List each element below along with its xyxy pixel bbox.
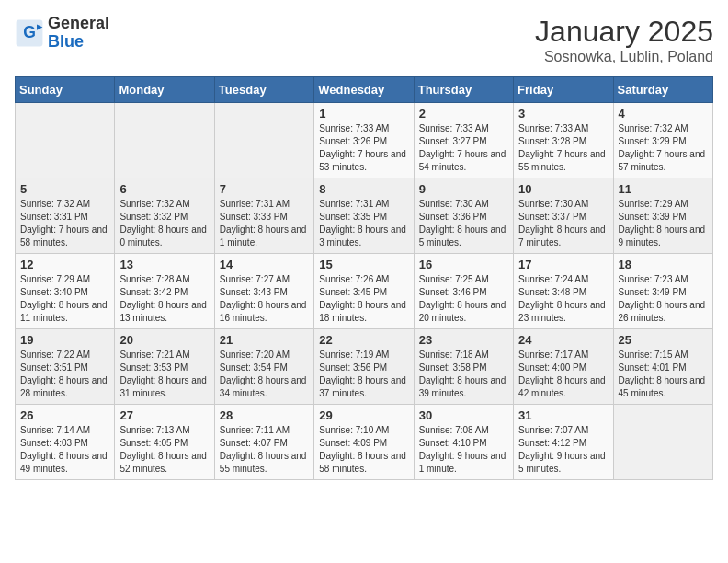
calendar-day-cell: 17Sunrise: 7:24 AM Sunset: 3:48 PM Dayli… bbox=[514, 254, 613, 329]
calendar-day-cell: 20Sunrise: 7:21 AM Sunset: 3:53 PM Dayli… bbox=[115, 329, 214, 405]
day-info: Sunrise: 7:07 AM Sunset: 4:12 PM Dayligh… bbox=[518, 424, 608, 476]
day-info: Sunrise: 7:31 AM Sunset: 3:33 PM Dayligh… bbox=[220, 198, 309, 249]
day-info: Sunrise: 7:31 AM Sunset: 3:35 PM Dayligh… bbox=[319, 198, 408, 249]
day-number: 14 bbox=[220, 258, 309, 271]
day-number: 27 bbox=[119, 408, 209, 422]
day-info: Sunrise: 7:21 AM Sunset: 3:53 PM Dayligh… bbox=[119, 349, 209, 400]
day-number: 17 bbox=[518, 258, 608, 271]
day-number: 21 bbox=[220, 333, 309, 347]
day-info: Sunrise: 7:33 AM Sunset: 3:27 PM Dayligh… bbox=[419, 122, 508, 174]
day-number: 4 bbox=[619, 107, 708, 121]
day-number: 29 bbox=[319, 408, 408, 422]
calendar-week-row: 1Sunrise: 7:33 AM Sunset: 3:26 PM Daylig… bbox=[16, 103, 713, 178]
svg-text:G: G bbox=[23, 23, 36, 41]
calendar-day-cell: 1Sunrise: 7:33 AM Sunset: 3:26 PM Daylig… bbox=[314, 103, 414, 178]
weekday-header: Monday bbox=[115, 77, 214, 103]
title-block: January 2025 Sosnowka, Lublin, Poland bbox=[535, 15, 713, 65]
weekday-header: Sunday bbox=[16, 77, 115, 103]
calendar-day-cell: 31Sunrise: 7:07 AM Sunset: 4:12 PM Dayli… bbox=[514, 405, 613, 480]
calendar-day-cell: 27Sunrise: 7:13 AM Sunset: 4:05 PM Dayli… bbox=[115, 405, 214, 480]
day-info: Sunrise: 7:25 AM Sunset: 3:46 PM Dayligh… bbox=[419, 273, 508, 325]
calendar-week-row: 5Sunrise: 7:32 AM Sunset: 3:31 PM Daylig… bbox=[16, 178, 713, 254]
calendar-table: SundayMondayTuesdayWednesdayThursdayFrid… bbox=[15, 76, 713, 480]
weekday-header: Wednesday bbox=[314, 77, 414, 103]
calendar-day-cell: 7Sunrise: 7:31 AM Sunset: 3:33 PM Daylig… bbox=[214, 178, 313, 254]
calendar-week-row: 12Sunrise: 7:29 AM Sunset: 3:40 PM Dayli… bbox=[16, 254, 713, 329]
day-info: Sunrise: 7:11 AM Sunset: 4:07 PM Dayligh… bbox=[220, 424, 309, 476]
day-number: 28 bbox=[220, 408, 309, 422]
day-info: Sunrise: 7:10 AM Sunset: 4:09 PM Dayligh… bbox=[319, 424, 408, 476]
calendar-day-cell: 5Sunrise: 7:32 AM Sunset: 3:31 PM Daylig… bbox=[16, 178, 115, 254]
day-number: 18 bbox=[619, 258, 708, 271]
calendar-day-cell: 21Sunrise: 7:20 AM Sunset: 3:54 PM Dayli… bbox=[214, 329, 313, 405]
day-info: Sunrise: 7:30 AM Sunset: 3:37 PM Dayligh… bbox=[518, 198, 608, 249]
calendar-title: January 2025 bbox=[535, 15, 713, 49]
calendar-day-cell: 6Sunrise: 7:32 AM Sunset: 3:32 PM Daylig… bbox=[115, 178, 214, 254]
day-info: Sunrise: 7:32 AM Sunset: 3:29 PM Dayligh… bbox=[619, 122, 708, 174]
calendar-day-cell: 18Sunrise: 7:23 AM Sunset: 3:49 PM Dayli… bbox=[613, 254, 712, 329]
day-info: Sunrise: 7:33 AM Sunset: 3:28 PM Dayligh… bbox=[518, 122, 608, 174]
calendar-day-cell: 13Sunrise: 7:28 AM Sunset: 3:42 PM Dayli… bbox=[115, 254, 214, 329]
day-info: Sunrise: 7:13 AM Sunset: 4:05 PM Dayligh… bbox=[119, 424, 209, 476]
calendar-day-cell: 26Sunrise: 7:14 AM Sunset: 4:03 PM Dayli… bbox=[16, 405, 115, 480]
calendar-day-cell: 30Sunrise: 7:08 AM Sunset: 4:10 PM Dayli… bbox=[414, 405, 513, 480]
day-info: Sunrise: 7:18 AM Sunset: 3:58 PM Dayligh… bbox=[419, 349, 508, 400]
calendar-day-cell: 9Sunrise: 7:30 AM Sunset: 3:36 PM Daylig… bbox=[414, 178, 513, 254]
day-info: Sunrise: 7:29 AM Sunset: 3:39 PM Dayligh… bbox=[619, 198, 708, 249]
day-number: 15 bbox=[319, 258, 408, 271]
day-number: 12 bbox=[20, 258, 109, 271]
day-info: Sunrise: 7:17 AM Sunset: 4:00 PM Dayligh… bbox=[518, 349, 608, 400]
day-number: 31 bbox=[518, 408, 608, 422]
day-number: 2 bbox=[419, 107, 508, 121]
day-number: 22 bbox=[319, 333, 408, 347]
day-number: 24 bbox=[518, 333, 608, 347]
day-info: Sunrise: 7:14 AM Sunset: 4:03 PM Dayligh… bbox=[20, 424, 109, 476]
day-info: Sunrise: 7:29 AM Sunset: 3:40 PM Dayligh… bbox=[20, 273, 109, 325]
calendar-day-cell: 4Sunrise: 7:32 AM Sunset: 3:29 PM Daylig… bbox=[613, 103, 712, 178]
calendar-day-cell: 12Sunrise: 7:29 AM Sunset: 3:40 PM Dayli… bbox=[16, 254, 115, 329]
calendar-day-cell: 16Sunrise: 7:25 AM Sunset: 3:46 PM Dayli… bbox=[414, 254, 513, 329]
calendar-day-cell: 2Sunrise: 7:33 AM Sunset: 3:27 PM Daylig… bbox=[414, 103, 513, 178]
weekday-header: Saturday bbox=[613, 77, 712, 103]
calendar-header-row: SundayMondayTuesdayWednesdayThursdayFrid… bbox=[16, 77, 713, 103]
day-number: 25 bbox=[619, 333, 708, 347]
calendar-day-cell: 25Sunrise: 7:15 AM Sunset: 4:01 PM Dayli… bbox=[613, 329, 712, 405]
calendar-day-cell: 23Sunrise: 7:18 AM Sunset: 3:58 PM Dayli… bbox=[414, 329, 513, 405]
logo: G General Blue bbox=[15, 15, 109, 52]
day-info: Sunrise: 7:28 AM Sunset: 3:42 PM Dayligh… bbox=[119, 273, 209, 325]
day-info: Sunrise: 7:30 AM Sunset: 3:36 PM Dayligh… bbox=[419, 198, 508, 249]
day-info: Sunrise: 7:24 AM Sunset: 3:48 PM Dayligh… bbox=[518, 273, 608, 325]
calendar-day-cell: 19Sunrise: 7:22 AM Sunset: 3:51 PM Dayli… bbox=[16, 329, 115, 405]
calendar-day-cell: 3Sunrise: 7:33 AM Sunset: 3:28 PM Daylig… bbox=[514, 103, 613, 178]
day-number: 13 bbox=[119, 258, 209, 271]
calendar-day-cell: 28Sunrise: 7:11 AM Sunset: 4:07 PM Dayli… bbox=[214, 405, 313, 480]
day-number: 26 bbox=[20, 408, 109, 422]
calendar-subtitle: Sosnowka, Lublin, Poland bbox=[535, 49, 713, 65]
page-header: G General Blue January 2025 Sosnowka, Lu… bbox=[15, 15, 713, 65]
calendar-day-cell: 10Sunrise: 7:30 AM Sunset: 3:37 PM Dayli… bbox=[514, 178, 613, 254]
weekday-header: Thursday bbox=[414, 77, 513, 103]
day-info: Sunrise: 7:20 AM Sunset: 3:54 PM Dayligh… bbox=[220, 349, 309, 400]
day-number: 7 bbox=[220, 182, 309, 196]
day-number: 10 bbox=[518, 182, 608, 196]
day-number: 16 bbox=[419, 258, 508, 271]
logo-general-text: General bbox=[48, 14, 109, 32]
calendar-day-cell bbox=[115, 103, 214, 178]
weekday-header: Tuesday bbox=[214, 77, 313, 103]
calendar-day-cell: 11Sunrise: 7:29 AM Sunset: 3:39 PM Dayli… bbox=[613, 178, 712, 254]
day-number: 9 bbox=[419, 182, 508, 196]
day-info: Sunrise: 7:27 AM Sunset: 3:43 PM Dayligh… bbox=[220, 273, 309, 325]
logo-icon: G bbox=[15, 18, 44, 48]
day-number: 3 bbox=[518, 107, 608, 121]
day-info: Sunrise: 7:22 AM Sunset: 3:51 PM Dayligh… bbox=[20, 349, 109, 400]
day-number: 20 bbox=[119, 333, 209, 347]
day-number: 5 bbox=[20, 182, 109, 196]
day-info: Sunrise: 7:26 AM Sunset: 3:45 PM Dayligh… bbox=[319, 273, 408, 325]
weekday-header: Friday bbox=[514, 77, 613, 103]
day-number: 8 bbox=[319, 182, 408, 196]
day-number: 6 bbox=[119, 182, 209, 196]
calendar-day-cell bbox=[214, 103, 313, 178]
calendar-day-cell: 22Sunrise: 7:19 AM Sunset: 3:56 PM Dayli… bbox=[314, 329, 414, 405]
calendar-day-cell bbox=[613, 405, 712, 480]
calendar-week-row: 19Sunrise: 7:22 AM Sunset: 3:51 PM Dayli… bbox=[16, 329, 713, 405]
